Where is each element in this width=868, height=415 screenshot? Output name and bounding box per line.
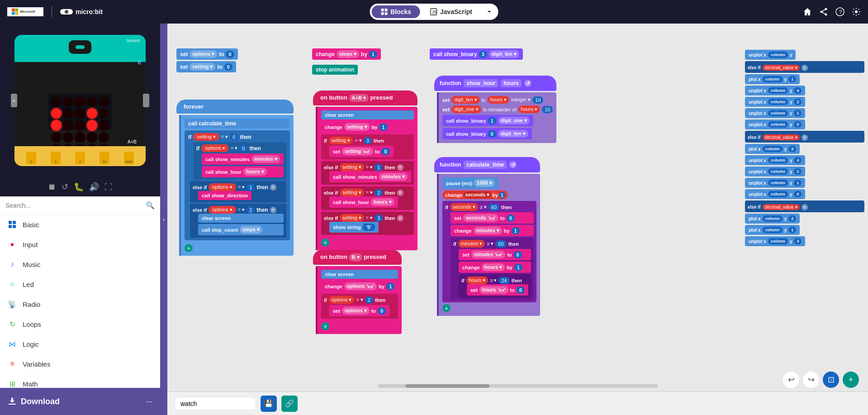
rp-plot-1[interactable]: plot x column y 1 [745,74,800,84]
rp-unplot-8[interactable]: unplot x column y 1 [745,178,805,188]
sidebar-item-music[interactable]: ♪ Music [0,254,160,274]
call-show-hour-ab[interactable]: call show_hour hours ▾ [329,196,398,208]
button-a[interactable]: A [11,94,17,107]
close-else-if-2[interactable]: × [270,207,276,213]
clear-screen-block[interactable]: clear screen [198,214,284,223]
home-button[interactable] [803,7,812,16]
change-setting-by1-ab[interactable]: change setting ▾ by 1 [321,121,414,133]
show-string-5-ab[interactable]: show string '5' [329,222,379,233]
stop-button[interactable]: ⏹ [48,182,56,192]
rp-unplot-4[interactable]: unplot x column y 1 [745,108,805,118]
download-more-button[interactable]: ··· [146,397,153,406]
set-setting-0-ab[interactable]: set setting ↘↙ to 0 [329,146,394,157]
close-else-setting-2[interactable]: × [397,190,403,196]
close-else-if-1[interactable]: × [270,184,276,191]
close-else-setting-3[interactable]: × [397,215,403,221]
add-branch-b-btn[interactable]: + [321,322,329,330]
project-name-input[interactable] [175,397,256,410]
share-button[interactable] [819,7,828,16]
sidebar-item-variables[interactable]: ≡ Variables [0,354,160,374]
fn-show-hour-hat[interactable]: function show_hour hours ↺ [434,76,556,91]
fn-calculate-time-settings-icon[interactable]: ↺ [509,161,517,168]
call-show-binary-3[interactable]: call show_binary 3 digit_ten ▾ [430,48,523,60]
call-show-direction-block[interactable]: call show_direction [198,191,251,200]
sidebar-item-input[interactable]: ● Input [0,234,160,254]
clear-screen-b[interactable]: clear screen [321,270,398,279]
pin-1[interactable]: 1 [51,152,61,164]
debug-button[interactable]: 🐛 [74,182,84,192]
rp-unplot-3[interactable]: unplot x column y 2 [745,97,805,107]
set-options-0-b[interactable]: set options ▾ to 0 [329,305,389,316]
call-show-minutes-block[interactable]: call show_minutes minutes ▾ [202,153,284,165]
rp-close-3[interactable]: × [802,204,808,210]
change-hours-1[interactable]: change hours ▾ by 1 [459,262,531,273]
share-project-button[interactable]: 🔗 [281,396,298,412]
fullscreen-button[interactable]: ⛶ [104,182,113,192]
download-button[interactable]: Download [7,396,60,406]
sidebar-item-led[interactable]: ○ Led [0,274,160,294]
sidebar-item-logic[interactable]: ⋈ Logic [0,334,160,354]
call-show-hour-block[interactable]: call show_hour hours ▾ [202,166,284,177]
call-show-binary-0[interactable]: call show_binary 0 digit_ten ▾ [442,128,532,139]
close-else-setting-1[interactable]: × [397,164,403,171]
change-steps-block[interactable]: change steps ▾ by 1 [312,48,381,60]
stop-animation-block[interactable]: stop animation [312,65,358,75]
fn-calculate-time-hat[interactable]: function calculate_time ↺ [434,157,540,172]
search-icon-btn[interactable]: 🔍 [146,201,155,210]
rp-unplot-10[interactable]: unplot x column y 3 [745,236,805,246]
set-setting-block[interactable]: set setting ▾ to 0 [176,61,236,72]
pin-0[interactable]: 0 [26,152,36,164]
on-button-ab-hat[interactable]: on button A+B ▾ pressed [313,91,417,105]
pause-1000-block[interactable]: pause (ms) 1000 ▾ [442,177,498,189]
rp-unplot-6[interactable]: unplot x column y 4 [745,155,805,165]
rp-plot-4[interactable]: plot x column y 1 [745,225,800,235]
add-branch-calc-btn[interactable]: + [442,304,451,312]
save-project-button[interactable]: 💾 [261,396,277,412]
settings-button[interactable] [852,7,861,16]
sound-button[interactable]: 🔊 [89,182,99,192]
rp-unplot-2[interactable]: unplot x column y 4 [745,86,805,95]
workspace-scrollbar[interactable] [378,384,658,388]
rp-plot-3[interactable]: plot x column y 2 [745,214,800,224]
set-hours-0[interactable]: set hours ↘↙ to 0 [467,284,528,296]
blocks-tab[interactable]: Blocks [371,5,420,18]
sidebar-item-basic[interactable]: Basic [0,215,160,234]
rp-unplot-7[interactable]: unplot x column y 2 [745,167,805,176]
call-show-binary-1[interactable]: call show_binary 1 digit_one ▾ [442,115,533,126]
rp-unplot-1[interactable]: unplot x column y [745,50,796,60]
help-button[interactable]: ? [835,7,844,16]
rp-close-2[interactable]: × [802,134,808,141]
rp-unplot-5[interactable]: unplot x column y 0 [745,119,805,129]
on-button-b-hat[interactable]: on button B ▾ pressed [313,250,402,265]
add-branch-btn[interactable]: + [185,244,193,252]
collapse-handle[interactable]: ‹ [160,24,167,415]
rp-close-1[interactable]: × [802,65,808,71]
rp-plot-2[interactable]: plot x column y 3 [745,144,800,154]
call-show-minutes-ab[interactable]: call show_minutes minutes ▾ [329,171,411,182]
javascript-tab[interactable]: JS JavaScript [421,5,481,18]
sidebar-item-loops[interactable]: ↻ Loops [0,314,160,334]
rp-unplot-9[interactable]: unplot x column y 0 [745,189,805,199]
forever-hat[interactable]: forever [176,100,294,114]
add-branch-ab-btn[interactable]: + [321,239,329,247]
tab-dropdown-btn[interactable] [482,6,497,17]
sidebar-item-radio[interactable]: 📡 Radio [0,294,160,314]
workspace[interactable]: set options ▾ to 0 set setting ▾ to 0 ch… [167,24,868,415]
restart-button[interactable]: ↺ [62,182,68,192]
call-step-count-block[interactable]: call step_count steps ▾ [198,224,284,235]
clear-screen-ab[interactable]: clear screen [321,110,414,119]
pin-gnd[interactable]: GND [124,152,134,164]
set-seconds-0[interactable]: set seconds ↘↙ to 0 [451,212,534,224]
led-1-2 [75,108,85,119]
pin-3v[interactable]: 3V [100,152,109,164]
search-input[interactable] [5,202,142,209]
pin-2[interactable]: 2 [75,152,85,164]
change-minutes-1[interactable]: change minutes ▾ by 1 [451,225,534,236]
fn-show-hour-settings-icon[interactable]: ↺ [524,80,531,87]
set-options-block[interactable]: set options ▾ to 0 [176,48,238,60]
sidebar-item-math[interactable]: ⊞ Math [0,374,160,388]
call-calculate-time-block[interactable]: call calculate_time [185,119,290,129]
change-options-b[interactable]: change options ↘↙ by 1 [321,281,398,292]
button-b[interactable] [143,94,149,107]
set-minutes-0[interactable]: set minutes ↘↙ to 0 [459,249,531,260]
